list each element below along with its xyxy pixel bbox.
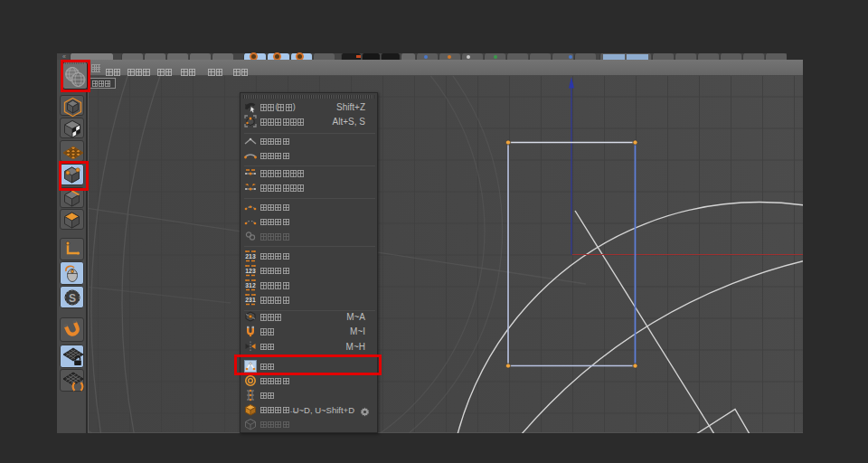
svg-text:213: 213 <box>245 253 256 260</box>
svg-text:231: 231 <box>245 297 256 303</box>
svg-text:123: 123 <box>245 268 256 274</box>
svg-text:312: 312 <box>245 282 256 288</box>
svg-text:S: S <box>69 292 76 305</box>
